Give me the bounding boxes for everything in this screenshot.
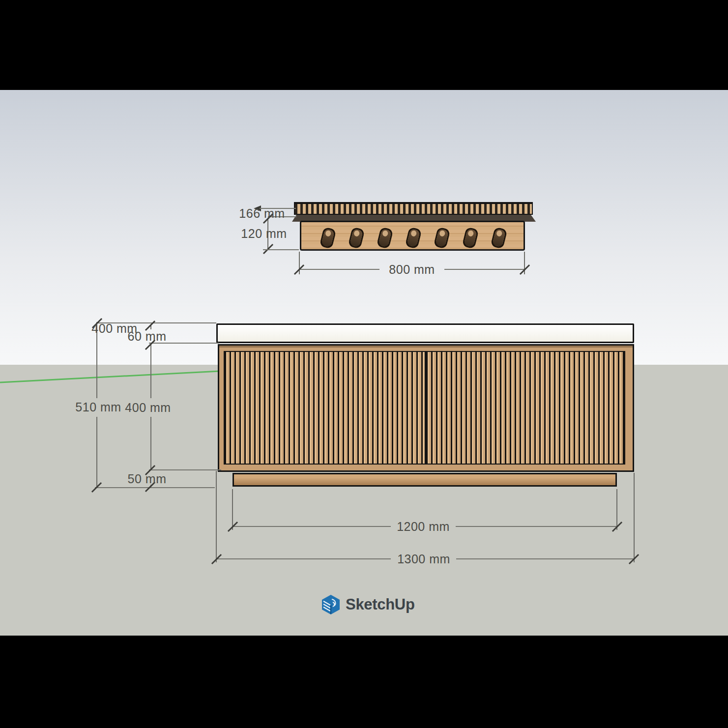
sketchup-watermark-text: SketchUp <box>346 596 415 613</box>
dim-label-plinth-width: 1200 mm <box>397 520 450 534</box>
sideboard-slatted-doors <box>224 351 625 465</box>
dim-label-rack-board: 120 mm <box>241 227 287 241</box>
dim-label-rack-height: 166 mm <box>239 206 285 221</box>
dim-label-plinth-height: 50 mm <box>128 472 167 486</box>
sketchup-export-image: 166 mm 120 mm 800 mm <box>0 0 728 728</box>
dim-line <box>233 526 391 527</box>
dim-line <box>96 417 97 488</box>
door-split-line <box>425 352 427 464</box>
dim-ext-line <box>232 489 233 530</box>
3d-viewport[interactable]: 166 mm 120 mm 800 mm <box>0 90 728 636</box>
dim-ext-line <box>149 469 221 470</box>
dim-label-overall-height: 510 mm <box>75 400 121 414</box>
dim-ext-line <box>634 473 635 562</box>
dim-label-body-height: 400 mm <box>125 401 171 415</box>
dim-label-rack-width: 800 mm <box>389 262 435 277</box>
dim-line <box>456 526 617 527</box>
sketchup-logo-icon <box>321 594 341 615</box>
dim-line <box>150 343 151 398</box>
dim-line <box>263 249 299 250</box>
dim-line <box>216 558 391 559</box>
dim-ext-line <box>216 471 217 562</box>
dim-line <box>456 558 634 559</box>
dim-label-overall-width: 1300 mm <box>397 552 450 566</box>
dim-line <box>299 269 379 270</box>
sideboard-top-rail <box>219 346 633 348</box>
sideboard-plinth <box>233 473 617 487</box>
dim-line <box>444 269 525 270</box>
dim-ext-line <box>616 489 617 530</box>
sideboard-countertop <box>216 323 634 343</box>
dim-line <box>150 417 151 470</box>
coat-rack-slatted-top <box>294 202 533 215</box>
dim-label-top-thickness: 60 mm <box>128 329 167 344</box>
dim-ext-line <box>95 487 215 488</box>
sideboard-body <box>218 344 634 472</box>
green-axis-line <box>0 365 226 388</box>
dim-ext-line <box>299 252 300 274</box>
